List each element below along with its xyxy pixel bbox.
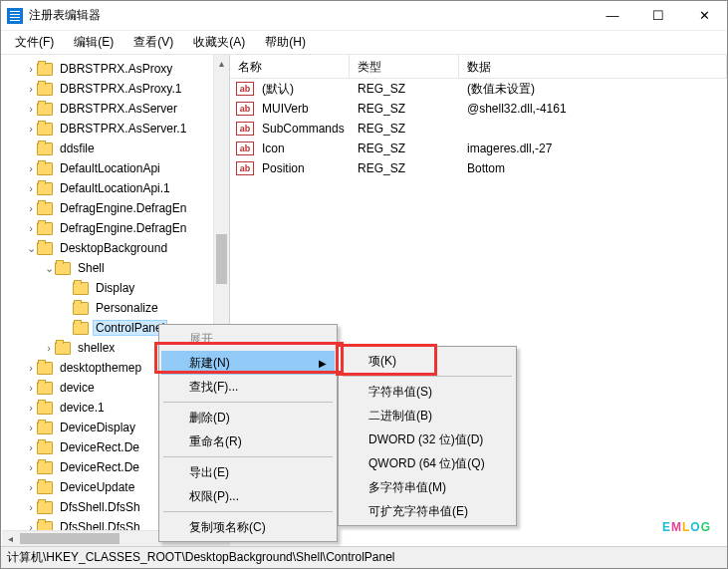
tree-item[interactable]: ›DBRSTPRX.AsProxy: [1, 59, 229, 79]
ctx-permissions[interactable]: 权限(P)...: [161, 484, 335, 508]
ctx-separator: [163, 456, 333, 457]
tree-label: Display: [93, 280, 137, 296]
hscroll-thumb[interactable]: [20, 533, 120, 544]
ctx-new-key[interactable]: 项(K): [341, 349, 514, 373]
column-data[interactable]: 数据: [459, 55, 727, 78]
list-row[interactable]: abIconREG_SZimageres.dll,-27: [230, 139, 727, 158]
menu-help[interactable]: 帮助(H): [255, 31, 316, 54]
tree-label: Personalize: [93, 300, 161, 316]
tree-item[interactable]: ›DefragEngine.DefragEn: [1, 198, 229, 218]
ctx-copy-key-name[interactable]: 复制项名称(C): [161, 515, 335, 539]
ctx-separator: [163, 511, 333, 512]
column-name[interactable]: 名称: [230, 55, 350, 78]
expand-toggle-icon[interactable]: ›: [25, 441, 37, 453]
tree-item[interactable]: ⌄Shell: [1, 258, 229, 278]
folder-icon: [73, 282, 89, 295]
ctx-rename[interactable]: 重命名(R): [161, 429, 335, 453]
string-value-icon: ab: [236, 142, 254, 155]
ctx-export[interactable]: 导出(E): [161, 460, 335, 484]
menu-file[interactable]: 文件(F): [5, 31, 64, 54]
tree-label: DfsShell.DfsSh: [57, 499, 143, 515]
expand-toggle-icon[interactable]: ›: [25, 182, 37, 194]
hscroll-left-icon[interactable]: ◂: [2, 531, 18, 546]
value-name: Icon: [254, 140, 350, 157]
expand-toggle-icon[interactable]: ›: [25, 461, 37, 473]
value-name: MUIVerb: [254, 100, 350, 118]
maximize-button[interactable]: ☐: [635, 1, 681, 31]
expand-toggle-icon[interactable]: ⌄: [43, 262, 55, 275]
ctx-new-dword[interactable]: DWORD (32 位)值(D): [341, 427, 514, 451]
expand-toggle-icon[interactable]: ›: [25, 162, 37, 174]
expand-toggle-icon[interactable]: ›: [25, 402, 37, 414]
list-row[interactable]: abPositionREG_SZBottom: [230, 158, 727, 178]
ctx-new-multisz[interactable]: 多字符串值(M): [341, 475, 514, 499]
tree-label: DeviceUpdate: [57, 479, 137, 495]
tree-label: DeviceRect.De: [57, 439, 142, 455]
list-row[interactable]: ab(默认)REG_SZ(数值未设置): [230, 79, 727, 99]
tree-label: shellex: [75, 340, 118, 356]
expand-toggle-icon[interactable]: ›: [25, 103, 37, 115]
list-row[interactable]: abMUIVerbREG_SZ@shell32.dll,-4161: [230, 99, 727, 119]
window-title: 注册表编辑器: [29, 7, 590, 24]
list-row[interactable]: abSubCommandsREG_SZ: [230, 119, 727, 139]
value-data: Bottom: [459, 159, 513, 177]
expand-toggle-icon[interactable]: ›: [43, 342, 55, 354]
ctx-separator: [163, 402, 333, 403]
expand-toggle-icon[interactable]: ›: [25, 362, 37, 374]
tree-item[interactable]: Personalize: [1, 298, 229, 318]
minimize-button[interactable]: —: [590, 1, 635, 31]
ctx-delete[interactable]: 删除(D): [161, 406, 335, 429]
folder-icon: [37, 222, 53, 235]
tree-item[interactable]: ›DefragEngine.DefragEn: [1, 218, 229, 238]
tree-item[interactable]: Display: [1, 278, 229, 298]
titlebar[interactable]: 注册表编辑器 — ☐ ✕: [1, 1, 727, 31]
expand-toggle-icon[interactable]: ›: [25, 422, 37, 433]
tree-item[interactable]: ›DBRSTPRX.AsServer: [1, 99, 229, 119]
tree-label: device: [57, 380, 98, 396]
expand-toggle-icon[interactable]: ›: [25, 202, 37, 214]
expand-toggle-icon[interactable]: ›: [25, 501, 37, 513]
tree-item[interactable]: ›DefaultLocationApi: [1, 158, 229, 178]
scroll-up-icon[interactable]: ▴: [214, 55, 229, 71]
expand-toggle-icon[interactable]: ›: [25, 382, 37, 394]
menu-edit[interactable]: 编辑(E): [64, 31, 123, 54]
tree-item[interactable]: ⌄DesktopBackground: [1, 238, 229, 258]
string-value-icon: ab: [236, 82, 254, 96]
ctx-new-expandsz[interactable]: 可扩充字符串值(E): [341, 499, 514, 523]
close-button[interactable]: ✕: [681, 1, 727, 31]
tree-label: DeviceDisplay: [57, 420, 138, 435]
ctx-new-qword[interactable]: QWORD (64 位)值(Q): [341, 451, 514, 475]
expand-toggle-icon[interactable]: ›: [25, 123, 37, 135]
ctx-expand[interactable]: 展开: [161, 327, 335, 351]
string-value-icon: ab: [236, 161, 254, 175]
menu-view[interactable]: 查看(V): [123, 31, 183, 54]
menu-favorites[interactable]: 收藏夹(A): [183, 31, 255, 54]
expand-toggle-icon[interactable]: ›: [25, 63, 37, 75]
ctx-new[interactable]: 新建(N)▶: [161, 351, 335, 375]
ctx-find[interactable]: 查找(F)...: [161, 375, 335, 399]
statusbar: 计算机\HKEY_CLASSES_ROOT\DesktopBackground\…: [1, 546, 727, 568]
column-type[interactable]: 类型: [350, 55, 459, 78]
scroll-thumb[interactable]: [216, 234, 227, 284]
submenu-arrow-icon: ▶: [319, 358, 327, 369]
string-value-icon: ab: [236, 102, 254, 116]
expand-toggle-icon[interactable]: ›: [25, 481, 37, 493]
tree-label: device.1: [57, 400, 108, 416]
tree-item[interactable]: ›DefaultLocationApi.1: [1, 178, 229, 198]
ctx-new-string[interactable]: 字符串值(S): [341, 380, 514, 404]
tree-item[interactable]: ›DBRSTPRX.AsServer.1: [1, 119, 229, 139]
string-value-icon: ab: [236, 122, 254, 136]
folder-icon: [37, 63, 53, 76]
expand-toggle-icon[interactable]: ⌄: [25, 242, 37, 255]
folder-icon: [37, 501, 53, 514]
expand-toggle-icon[interactable]: ›: [25, 222, 37, 234]
watermark: EMLOG: [662, 498, 711, 540]
tree-item[interactable]: ddsfile: [1, 139, 229, 158]
ctx-new-binary[interactable]: 二进制值(B): [341, 404, 514, 427]
tree-label: DBRSTPRX.AsServer: [57, 101, 180, 117]
value-data: @shell32.dll,-4161: [459, 100, 575, 118]
tree-label: desktopthemep: [57, 360, 144, 376]
tree-item[interactable]: ›DBRSTPRX.AsProxy.1: [1, 79, 229, 99]
expand-toggle-icon[interactable]: ›: [25, 83, 37, 95]
folder-icon: [37, 123, 53, 136]
